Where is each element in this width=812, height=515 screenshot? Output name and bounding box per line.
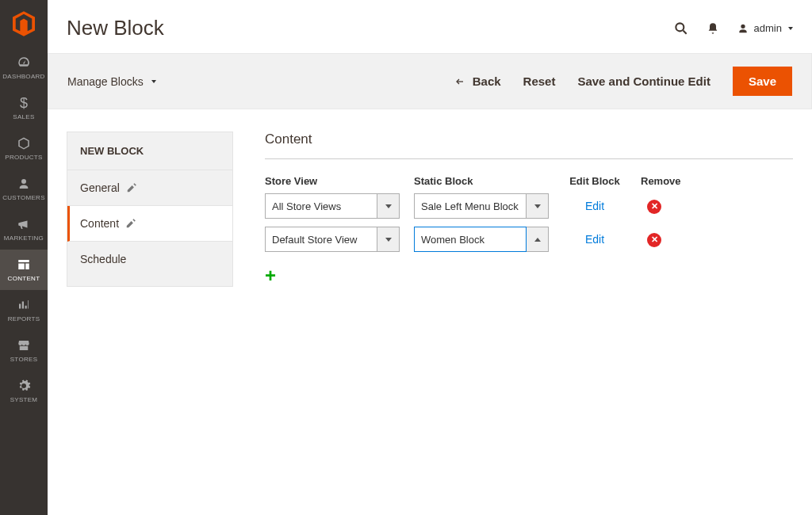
edit-link[interactable]: Edit bbox=[585, 233, 604, 246]
remove-cell: ✕ bbox=[641, 198, 688, 214]
edit-cell: Edit bbox=[563, 232, 626, 246]
col-header-static-block: Static Block bbox=[414, 175, 549, 187]
reset-button[interactable]: Reset bbox=[523, 74, 556, 88]
page-title: New Block bbox=[67, 16, 164, 40]
remove-button[interactable]: ✕ bbox=[647, 233, 661, 247]
logo[interactable] bbox=[0, 0, 48, 48]
chevron-down-icon bbox=[534, 204, 541, 208]
admin-menu[interactable]: admin bbox=[737, 22, 793, 35]
sidebar-item-content[interactable]: CONTENT bbox=[0, 250, 48, 290]
col-header-remove: Remove bbox=[641, 175, 688, 187]
chevron-down-icon bbox=[788, 27, 793, 30]
select-value: Women Block bbox=[414, 227, 527, 252]
section-title: Content bbox=[265, 132, 793, 159]
close-icon: ✕ bbox=[651, 201, 658, 212]
action-buttons: Back Reset Save and Continue Edit Save bbox=[454, 67, 792, 96]
remove-cell: ✕ bbox=[641, 231, 688, 247]
chevron-down-icon bbox=[385, 238, 392, 242]
select-caret[interactable] bbox=[527, 193, 549, 219]
save-continue-button[interactable]: Save and Continue Edit bbox=[577, 74, 710, 88]
select-value: All Store Views bbox=[265, 193, 377, 219]
sidebar-item-dashboard[interactable]: DASHBOARD bbox=[0, 48, 48, 88]
sidebar-item-label: REPORTS bbox=[8, 315, 40, 322]
sidebar-item-label: SALES bbox=[13, 113, 34, 120]
tab-schedule[interactable]: Schedule bbox=[67, 242, 232, 277]
side-tabs: NEW BLOCK General Content Schedule bbox=[67, 132, 233, 287]
table-headers: Store View Static Block Edit Block Remov… bbox=[265, 175, 793, 187]
tab-label: Schedule bbox=[80, 253, 126, 265]
sidebar-item-label: DASHBOARD bbox=[2, 73, 44, 80]
sidebar-item-customers[interactable]: CUSTOMERS bbox=[0, 169, 48, 209]
user-icon bbox=[737, 22, 749, 35]
back-button[interactable]: Back bbox=[454, 74, 501, 88]
arrow-left-icon bbox=[454, 77, 466, 86]
back-label: Back bbox=[473, 74, 501, 88]
chevron-down-icon bbox=[385, 204, 392, 208]
table-row: Default Store View Women Block Edit ✕ bbox=[265, 227, 793, 252]
breadcrumb-label: Manage Blocks bbox=[67, 75, 144, 88]
tab-general[interactable]: General bbox=[67, 170, 232, 206]
reset-label: Reset bbox=[523, 74, 556, 88]
breadcrumb-manage-blocks[interactable]: Manage Blocks bbox=[67, 75, 156, 88]
dollar-icon: $ bbox=[16, 96, 32, 110]
sidebar-item-sales[interactable]: $ SALES bbox=[0, 88, 48, 128]
chevron-up-icon bbox=[534, 238, 541, 242]
sidebar-item-label: CONTENT bbox=[8, 275, 40, 282]
tab-content[interactable]: Content bbox=[67, 206, 232, 242]
save-button[interactable]: Save bbox=[733, 67, 792, 96]
admin-name: admin bbox=[754, 22, 782, 34]
pencil-icon bbox=[125, 218, 136, 229]
edit-cell: Edit bbox=[563, 199, 626, 213]
sidebar-item-label: SYSTEM bbox=[10, 396, 38, 403]
static-block-select[interactable]: Sale Left Menu Block bbox=[414, 193, 549, 219]
select-caret[interactable] bbox=[527, 227, 549, 252]
form-content: Content Store View Static Block Edit Blo… bbox=[265, 132, 793, 287]
sidebar-item-stores[interactable]: STORES bbox=[0, 330, 48, 371]
top-header: New Block admin bbox=[48, 0, 812, 53]
svg-point-0 bbox=[676, 23, 684, 31]
tab-label: Content bbox=[80, 217, 119, 230]
select-caret[interactable] bbox=[377, 193, 400, 219]
main: New Block admin Manage Blocks bbox=[48, 0, 812, 515]
store-view-select[interactable]: Default Store View bbox=[265, 227, 400, 252]
content-area: NEW BLOCK General Content Schedule Conte… bbox=[48, 109, 812, 309]
svg-line-1 bbox=[683, 30, 686, 33]
header-icons: admin bbox=[673, 21, 793, 36]
sidebar-item-label: STORES bbox=[10, 356, 38, 363]
side-tabs-header: NEW BLOCK bbox=[67, 132, 232, 170]
search-icon[interactable] bbox=[673, 21, 689, 36]
sidebar-item-reports[interactable]: REPORTS bbox=[0, 290, 48, 330]
sidebar: DASHBOARD $ SALES PRODUCTS CUSTOMERS MAR… bbox=[0, 0, 48, 515]
action-bar: Manage Blocks Back Reset Save and Contin… bbox=[48, 53, 812, 109]
sidebar-item-label: MARKETING bbox=[4, 235, 44, 242]
remove-button[interactable]: ✕ bbox=[647, 200, 661, 214]
add-row-button[interactable]: + bbox=[265, 265, 276, 287]
pencil-icon bbox=[126, 182, 137, 193]
select-value: Sale Left Menu Block bbox=[414, 193, 527, 219]
col-header-store-view: Store View bbox=[265, 175, 400, 187]
notification-icon[interactable] bbox=[707, 22, 719, 35]
store-view-select[interactable]: All Store Views bbox=[265, 193, 400, 219]
tab-label: General bbox=[80, 181, 120, 194]
close-icon: ✕ bbox=[651, 235, 658, 245]
edit-link[interactable]: Edit bbox=[585, 200, 604, 212]
col-header-edit: Edit Block bbox=[563, 175, 626, 187]
chevron-down-icon bbox=[151, 80, 156, 83]
sidebar-item-label: CUSTOMERS bbox=[2, 194, 45, 201]
plus-icon: + bbox=[265, 265, 276, 286]
static-block-select[interactable]: Women Block bbox=[414, 227, 549, 252]
save-continue-label: Save and Continue Edit bbox=[577, 74, 710, 88]
sidebar-item-products[interactable]: PRODUCTS bbox=[0, 128, 48, 169]
sidebar-item-label: PRODUCTS bbox=[5, 154, 42, 161]
sidebar-item-system[interactable]: SYSTEM bbox=[0, 371, 48, 411]
sidebar-item-marketing[interactable]: MARKETING bbox=[0, 209, 48, 250]
select-value: Default Store View bbox=[265, 227, 377, 252]
table-row: All Store Views Sale Left Menu Block Edi… bbox=[265, 193, 793, 219]
select-caret[interactable] bbox=[377, 227, 400, 252]
